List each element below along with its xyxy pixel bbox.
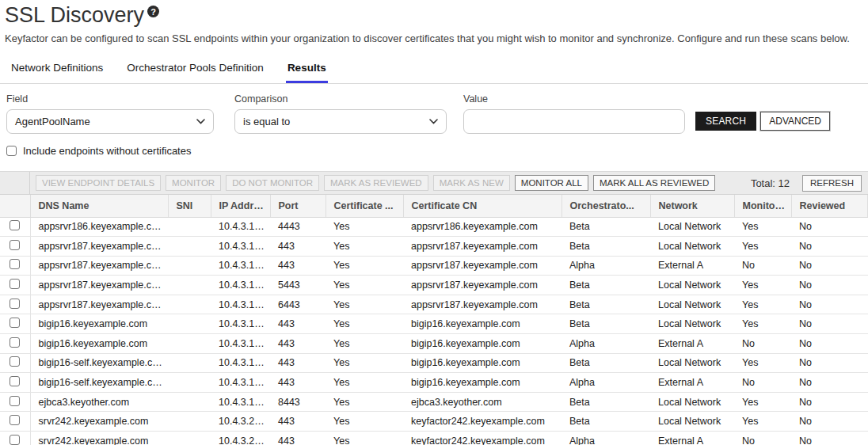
cell-orchestrator: Alpha [562, 373, 650, 393]
row-checkbox[interactable] [10, 240, 20, 250]
column-header-monitored[interactable]: Monitored [734, 195, 791, 217]
table-row[interactable]: bigip16.keyexample.com10.4.3.175443Yesbi… [0, 314, 868, 334]
cell-cert-found: Yes [326, 314, 403, 334]
view-endpoint-details-button: VIEW ENDPOINT DETAILS [36, 175, 161, 191]
cell-cert-found: Yes [326, 237, 403, 257]
column-header-certificate-cn[interactable]: Certificate CN [403, 195, 562, 217]
cell-monitored: Yes [734, 392, 791, 412]
mark-as-reviewed-button: MARK AS REVIEWED [324, 175, 428, 191]
cell-ip: 10.4.3.187 [211, 256, 270, 276]
cell-ip: 10.4.3.176 [211, 373, 270, 393]
cell-orchestrator: Beta [562, 217, 650, 237]
row-checkbox[interactable] [10, 279, 20, 289]
cell-orchestrator: Beta [562, 276, 650, 295]
cell-monitored: Yes [734, 314, 791, 334]
cell-orchestrator: Beta [562, 392, 650, 412]
cell-monitored: No [734, 373, 791, 393]
row-checkbox[interactable] [10, 318, 20, 328]
cell-reviewed: No [791, 237, 868, 257]
row-checkbox[interactable] [10, 259, 20, 269]
tab-orchestrator-pools-definition[interactable]: Orchestrator Pools Definition [125, 57, 265, 83]
cell-reviewed: No [791, 432, 868, 445]
cell-network: Local Network [650, 276, 734, 295]
cell-orchestrator: Alpha [562, 334, 650, 354]
cell-dns: appsrvr186.keyexample.com [30, 217, 168, 237]
row-checkbox[interactable] [10, 396, 20, 406]
column-header-ip-address[interactable]: IP Address [211, 195, 270, 217]
cell-sni [168, 217, 211, 237]
value-input[interactable] [463, 109, 685, 134]
cell-dns: bigip16-self.keyexample.com [30, 373, 168, 393]
cell-dns: bigip16.keyexample.com [30, 314, 168, 334]
column-header-orchestrato[interactable]: Orchestrato... [562, 195, 650, 217]
cell-reviewed: No [791, 373, 868, 393]
table-row[interactable]: srvr242.keyexample.com10.4.3.242443Yeske… [0, 412, 868, 432]
cell-orchestrator: Beta [562, 295, 650, 314]
row-checkbox[interactable] [10, 435, 20, 445]
row-checkbox[interactable] [10, 220, 20, 230]
row-checkbox[interactable] [10, 356, 20, 367]
monitor-all-button[interactable]: MONITOR ALL [515, 175, 588, 191]
help-icon[interactable]: ? [147, 6, 159, 17]
cell-monitored: No [734, 334, 791, 354]
row-checkbox[interactable] [10, 415, 20, 425]
chevron-down-icon [196, 119, 205, 124]
cell-network: Local Network [650, 353, 734, 373]
row-checkbox[interactable] [10, 299, 20, 309]
row-checkbox-cell [0, 295, 30, 314]
table-row[interactable]: appsrvr187.keyexample.com10.4.3.187443Ye… [0, 256, 868, 276]
include-endpoints-label: Include endpoints without certificates [23, 145, 191, 157]
column-header-sni[interactable]: SNI [168, 195, 211, 217]
tab-network-definitions[interactable]: Network Definitions [10, 57, 105, 83]
cell-sni [168, 432, 211, 445]
cell-monitored: Yes [734, 237, 791, 257]
table-row[interactable]: appsrvr187.keyexample.com10.4.3.1876443Y… [0, 295, 868, 314]
grid-toolbar: VIEW ENDPOINT DETAILSMONITORDO NOT MONIT… [0, 172, 868, 195]
tab-results[interactable]: Results [286, 57, 328, 83]
cell-cert-cn: appsrvr187.keyexample.com [403, 237, 562, 257]
column-header-dns-name[interactable]: DNS Name [30, 195, 168, 217]
row-checkbox[interactable] [10, 376, 20, 386]
table-header-row: DNS NameSNIIP AddressPortCertificate ...… [0, 195, 868, 217]
mark-all-as-reviewed-button[interactable]: MARK ALL AS REVIEWED [593, 175, 715, 191]
table-row[interactable]: appsrvr187.keyexample.com10.4.3.187443Ye… [0, 237, 868, 257]
cell-cert-cn: bigip16.keyexample.com [403, 353, 562, 373]
cell-cert-cn: appsrvr187.keyexample.com [403, 295, 562, 314]
comparison-select-value: is equal to [243, 116, 290, 127]
field-select[interactable]: AgentPoolName [6, 109, 214, 134]
table-row[interactable]: bigip16-self.keyexample.com10.4.3.176443… [0, 373, 868, 393]
cell-cert-found: Yes [326, 373, 403, 393]
cell-port: 443 [270, 237, 326, 257]
refresh-button[interactable]: REFRESH [802, 175, 862, 192]
cell-reviewed: No [791, 334, 868, 354]
cell-sni [168, 334, 211, 354]
cell-cert-cn: ejbca3.keyother.com [403, 392, 562, 412]
table-row[interactable]: appsrvr186.keyexample.com10.4.3.1864443Y… [0, 217, 868, 237]
table-row[interactable]: appsrvr187.keyexample.com10.4.3.1875443Y… [0, 276, 868, 295]
column-header-reviewed[interactable]: Reviewed [791, 195, 868, 217]
cell-ip: 10.4.3.186 [211, 217, 270, 237]
cell-monitored: Yes [734, 353, 791, 373]
table-row[interactable]: ejbca3.keyother.com10.4.3.1848443Yesejbc… [0, 392, 868, 412]
table-row[interactable]: srvr242.keyexample.com10.4.3.242443Yeske… [0, 432, 868, 445]
cell-monitored: Yes [734, 412, 791, 432]
column-header-port[interactable]: Port [270, 195, 326, 217]
cell-dns: bigip16-self.keyexample.com [30, 353, 168, 373]
table-row[interactable]: bigip16-self.keyexample.com10.4.3.176443… [0, 353, 868, 373]
cell-reviewed: No [791, 276, 868, 295]
comparison-select[interactable]: is equal to [234, 109, 447, 134]
search-button[interactable]: SEARCH [695, 112, 756, 131]
advanced-button[interactable]: ADVANCED [760, 112, 830, 131]
include-endpoints-checkbox[interactable] [6, 146, 17, 156]
cell-dns: srvr242.keyexample.com [30, 412, 168, 432]
column-header-network[interactable]: Network [650, 195, 734, 217]
cell-sni [168, 392, 211, 412]
column-header-certificate[interactable]: Certificate ... [326, 195, 403, 217]
cell-cert-found: Yes [326, 295, 403, 314]
cell-dns: srvr242.keyexample.com [30, 432, 168, 445]
table-row[interactable]: bigip16.keyexample.com10.4.3.175443Yesbi… [0, 334, 868, 354]
cell-port: 443 [270, 373, 326, 393]
row-checkbox[interactable] [10, 337, 20, 348]
row-checkbox-cell [0, 256, 30, 276]
field-select-value: AgentPoolName [15, 116, 90, 127]
